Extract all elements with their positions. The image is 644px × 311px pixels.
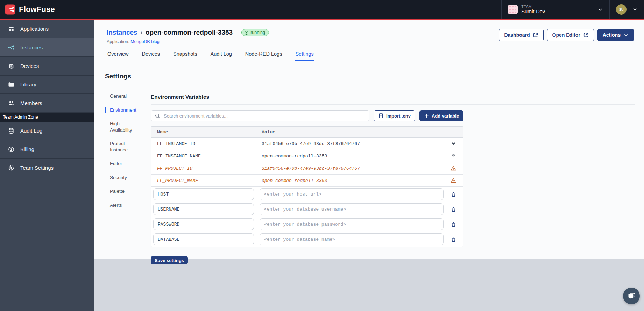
settings-nav-security[interactable]: Security: [105, 175, 142, 181]
chevron-down-icon: [632, 7, 638, 12]
env-value: open-common-redpoll-3353: [256, 154, 444, 159]
table-row-ff_project_name: FF_PROJECT_NAMEopen-common-redpoll-3353: [151, 175, 463, 187]
sidebar-item-library[interactable]: Library: [0, 76, 94, 94]
application-link[interactable]: MongoDB blog: [130, 39, 160, 44]
sidebar-item-team-settings[interactable]: Team Settings: [0, 159, 94, 177]
import-env-button[interactable]: Import .env: [374, 110, 415, 121]
instance-tabs: OverviewDevicesSnapshotsAudit LogNode-RE…: [94, 50, 644, 61]
tab-devices[interactable]: Devices: [141, 50, 161, 61]
audit-log-icon: [8, 127, 15, 134]
env-value-input[interactable]: [260, 203, 444, 215]
breadcrumb-separator: ›: [141, 29, 142, 36]
chat-bubbles-icon: [627, 291, 636, 301]
sidebar-item-devices[interactable]: Devices: [0, 57, 94, 76]
application-row: Application: MongoDB blog: [107, 39, 269, 44]
brand-name: FlowFuse: [19, 5, 55, 14]
tab-snapshots[interactable]: Snapshots: [172, 50, 198, 61]
env-name-input[interactable]: [153, 218, 254, 230]
dashboard-button[interactable]: Dashboard: [499, 29, 543, 41]
column-header-value: Value: [256, 129, 444, 135]
sidebar-item-instances[interactable]: Instances: [0, 38, 94, 57]
settings-nav-protect-instance[interactable]: Protect Instance: [105, 141, 142, 153]
sidebar-item-label: Audit Log: [20, 128, 42, 134]
add-variable-button[interactable]: Add variable: [419, 110, 463, 121]
warning-icon: [450, 177, 457, 184]
trash-icon: [451, 191, 457, 197]
save-settings-button[interactable]: Save settings: [151, 256, 188, 264]
table-row-ff_instance_id: FF_INSTANCE_ID31af0456-e70b-47e9-93dc-37…: [151, 138, 463, 150]
sidebar-item-members[interactable]: Members: [0, 94, 94, 113]
user-avatar: su: [616, 4, 627, 15]
lock-icon: [451, 141, 457, 147]
team-admin-zone-label: Team Admin Zone: [0, 113, 94, 122]
sidebar-item-label: Library: [20, 82, 36, 87]
env-name: FF_PROJECT_NAME: [151, 178, 256, 183]
settings-nav-environment[interactable]: Environment: [105, 107, 142, 113]
lock-icon: [451, 153, 457, 159]
table-header: Name Value: [151, 127, 463, 138]
instances-icon: [8, 44, 15, 51]
team-avatar: [508, 5, 518, 14]
table-row-host: [151, 187, 463, 202]
team-name: Sumit-Dev: [521, 9, 545, 15]
breadcrumb-instances-link[interactable]: Instances: [107, 29, 137, 36]
sidebar-item-label: Devices: [20, 63, 39, 69]
env-value-input[interactable]: [260, 188, 444, 200]
table-row-username: [151, 202, 463, 217]
devices-icon: [8, 63, 15, 70]
sidebar-item-applications[interactable]: Applications: [0, 20, 94, 38]
delete-variable-button[interactable]: [450, 221, 457, 228]
open-editor-button[interactable]: Open Editor: [547, 29, 594, 41]
chat-widget-button[interactable]: [623, 288, 640, 304]
top-navbar: FlowFuse TEAM: Sumit-Dev su: [0, 0, 644, 19]
env-value-input[interactable]: [260, 233, 444, 245]
env-name: FF_INSTANCE_NAME: [151, 154, 256, 159]
external-link-icon: [583, 32, 589, 38]
plus-icon: [424, 113, 429, 119]
tab-overview[interactable]: Overview: [107, 50, 129, 61]
tab-audit-log[interactable]: Audit Log: [210, 50, 233, 61]
running-status-icon: [244, 30, 249, 35]
settings-nav-editor[interactable]: Editor: [105, 161, 142, 167]
breadcrumb: Instances › open-common-redpoll-3353 run…: [107, 29, 269, 44]
actions-button[interactable]: Actions: [597, 29, 634, 41]
env-name: FF_INSTANCE_ID: [151, 141, 256, 147]
sidebar-item-label: Members: [20, 100, 42, 106]
external-link-icon: [533, 32, 538, 38]
team-switcher[interactable]: TEAM: Sumit-Dev: [501, 0, 609, 19]
library-icon: [8, 81, 15, 88]
user-menu[interactable]: su: [609, 0, 644, 19]
settings-nav: GeneralEnvironmentHigh AvailabilityProte…: [105, 92, 142, 264]
main-area: Instances › open-common-redpoll-3353 run…: [94, 20, 644, 311]
env-name-input[interactable]: [153, 233, 254, 245]
env-value: 31af0456-e70b-47e9-93dc-37f876764767: [256, 141, 444, 147]
settings-title: Settings: [105, 72, 635, 80]
members-icon: [8, 100, 15, 107]
sidebar-item-audit-log[interactable]: Audit Log: [0, 122, 94, 140]
env-variables-table: Name Value FF_INSTANCE_ID31af0456-e70b-4…: [151, 126, 463, 247]
column-header-name: Name: [151, 129, 256, 135]
brand[interactable]: FlowFuse: [0, 4, 55, 15]
delete-variable-button[interactable]: [450, 236, 457, 243]
tab-node-red-logs[interactable]: Node-RED Logs: [245, 50, 283, 61]
settings-nav-palette[interactable]: Palette: [105, 188, 142, 195]
table-row-database: [151, 232, 463, 247]
settings-nav-general[interactable]: General: [105, 93, 142, 99]
env-name-input[interactable]: [153, 203, 254, 215]
settings-nav-alerts[interactable]: Alerts: [105, 202, 142, 208]
team-label: TEAM:: [521, 5, 545, 9]
chevron-down-icon: [623, 33, 629, 38]
env-value-input[interactable]: [260, 218, 444, 230]
delete-variable-button[interactable]: [450, 206, 457, 213]
sidebar-item-label: Billing: [20, 146, 34, 152]
trash-icon: [451, 221, 457, 227]
status-badge: running: [241, 29, 269, 36]
search-input[interactable]: [164, 113, 366, 119]
settings-nav-high-availability[interactable]: High Availability: [105, 121, 142, 133]
delete-variable-button[interactable]: [450, 191, 457, 198]
navbar-right: TEAM: Sumit-Dev su: [501, 0, 644, 19]
env-name-input[interactable]: [153, 188, 254, 200]
header-actions: Dashboard Open Editor Acti: [499, 29, 634, 41]
tab-settings[interactable]: Settings: [295, 50, 314, 61]
sidebar-item-billing[interactable]: Billing: [0, 140, 94, 159]
